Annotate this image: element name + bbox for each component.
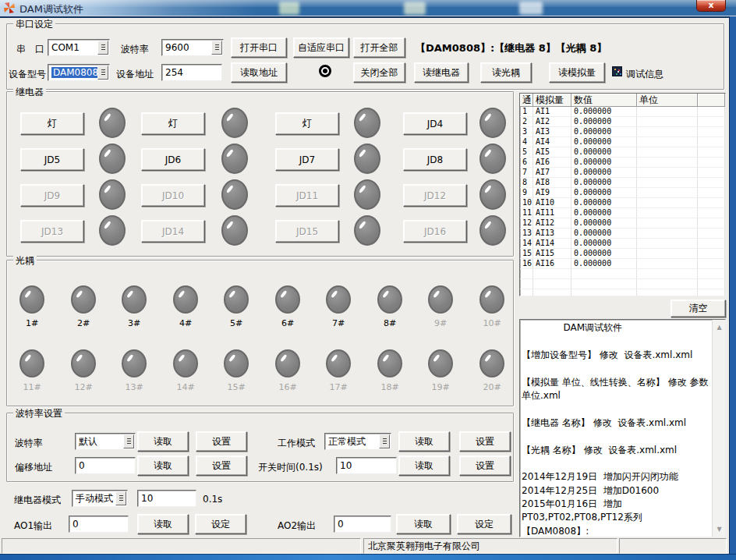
ao1-input[interactable]: 0	[69, 516, 129, 533]
relay-led-2	[221, 108, 248, 138]
open-serial-button[interactable]: 打开串口	[231, 37, 287, 58]
relay-button-11[interactable]: JD11	[275, 184, 339, 207]
table-row[interactable]: 16AI160.000000	[520, 259, 725, 269]
relay-button-16[interactable]: JD16	[403, 220, 467, 243]
work-mode-read-button[interactable]: 读取	[398, 431, 450, 452]
auto-serial-button[interactable]: 自适应串口	[293, 37, 349, 58]
table-header-cell[interactable]	[698, 94, 725, 107]
ao2-input[interactable]: 0	[334, 516, 391, 533]
combo-drop-icon[interactable]	[379, 434, 390, 448]
log-panel[interactable]: DAM调试软件 【增加设备型号】 修改 设备表.xml.xml 【模拟量 单位、…	[519, 319, 726, 537]
ao1-set-button[interactable]: 设定	[195, 514, 246, 534]
combo-drop-icon[interactable]	[123, 434, 134, 448]
ao2-read-button[interactable]: 读取	[396, 514, 451, 534]
table-row[interactable]: 11AI110.000000	[520, 208, 725, 218]
analog-table[interactable]: 通模拟量数值单位1AI10.0000002AI20.0000003AI30.00…	[519, 93, 726, 296]
table-cell	[571, 279, 637, 289]
close-button[interactable]: x	[696, 0, 726, 12]
baud-combobox[interactable]: 9600	[161, 39, 224, 56]
table-cell	[698, 198, 725, 208]
relay-button-5[interactable]: JD5	[20, 148, 84, 171]
table-header-cell[interactable]: 单位	[637, 94, 698, 107]
relay-button-12[interactable]: JD12	[403, 184, 467, 207]
combo-drop-icon[interactable]	[211, 41, 222, 55]
read-relay-button[interactable]: 读继电器	[414, 62, 469, 83]
ao1-read-button[interactable]: 读取	[137, 514, 189, 534]
work-mode-set-button[interactable]: 设置	[459, 431, 511, 452]
model-combobox[interactable]: DAM0808	[48, 64, 110, 81]
relay-button-1[interactable]: 灯	[20, 112, 84, 135]
table-row[interactable]	[520, 269, 725, 279]
table-header-cell[interactable]: 模拟量	[533, 94, 571, 107]
relay-button-10[interactable]: JD10	[141, 184, 205, 207]
log-scrollbar[interactable]: ▲ ▼	[712, 320, 725, 537]
read-opto-button[interactable]: 读光耦	[480, 62, 532, 83]
log-text: DAM调试软件 【增加设备型号】 修改 设备表.xml.xml 【模拟量 单位、…	[522, 321, 710, 535]
table-row[interactable]: 15AI150.000000	[520, 249, 725, 259]
table-cell	[520, 289, 533, 296]
relay-button-6[interactable]: JD6	[141, 148, 205, 171]
table-row[interactable]: 3AI30.000000	[520, 127, 725, 137]
table-row[interactable]	[520, 279, 725, 289]
baud-rate-label: 波特率	[15, 437, 43, 450]
relay-time-input[interactable]: 10	[137, 490, 196, 507]
scroll-up-icon[interactable]: ▲	[713, 321, 726, 334]
table-row[interactable]: 14AI140.000000	[520, 239, 725, 249]
relay-button-13[interactable]: JD13	[20, 220, 84, 243]
relay-group: 继电器 灯灯灯JD4JD5JD6JD7JD8JD9JD10JD11JD12JD1…	[6, 91, 514, 257]
relay-button-7[interactable]: JD7	[275, 148, 339, 171]
table-cell: AI12	[533, 218, 571, 229]
switch-time-read-button[interactable]: 读取	[398, 455, 450, 476]
offset-set-button[interactable]: 设置	[196, 455, 247, 476]
table-cell	[637, 117, 698, 127]
table-row[interactable]	[520, 289, 725, 296]
table-row[interactable]: 9AI90.000000	[520, 188, 725, 198]
table-cell: AI14	[533, 239, 571, 249]
table-row[interactable]: 2AI20.000000	[520, 117, 725, 127]
baud-read-button[interactable]: 读取	[137, 431, 189, 452]
table-row[interactable]: 7AI70.000000	[520, 168, 725, 178]
offset-read-button[interactable]: 读取	[137, 455, 189, 476]
switch-time-input[interactable]: 10	[336, 457, 397, 474]
relay-button-4[interactable]: JD4	[403, 112, 467, 135]
table-row[interactable]: 1AI10.000000	[520, 107, 725, 117]
relay-led-7	[354, 144, 380, 174]
table-cell	[520, 279, 533, 289]
table-cell: AI6	[533, 158, 571, 168]
table-cell	[571, 269, 637, 279]
relay-button-8[interactable]: JD8	[403, 148, 467, 171]
baud-set-button[interactable]: 设置	[196, 431, 247, 452]
table-row[interactable]: 8AI80.000000	[520, 178, 725, 188]
relay-button-3[interactable]: 灯	[275, 112, 339, 135]
table-header-cell[interactable]: 通	[520, 94, 533, 107]
relay-mode-combobox[interactable]: 手动模式	[72, 490, 128, 507]
open-all-button[interactable]: 打开全部	[353, 37, 405, 58]
relay-button-2[interactable]: 灯	[141, 112, 205, 135]
read-addr-button[interactable]: 读取地址	[231, 62, 287, 83]
combo-drop-icon[interactable]	[97, 66, 108, 80]
table-row[interactable]: 6AI60.000000	[520, 158, 725, 168]
offset-addr-input[interactable]: 0	[75, 457, 136, 474]
work-mode-combobox[interactable]: 正常模式	[324, 433, 391, 450]
table-row[interactable]: 4AI40.000000	[520, 137, 725, 147]
table-row[interactable]: 10AI100.000000	[520, 198, 725, 208]
port-combobox[interactable]: COM1	[48, 39, 110, 56]
table-row[interactable]: 5AI50.000000	[520, 147, 725, 158]
opto-led-6	[275, 285, 300, 314]
switch-time-set-button[interactable]: 设置	[459, 455, 511, 476]
combo-drop-icon[interactable]	[115, 491, 126, 505]
read-analog-button[interactable]: 读模拟量	[549, 62, 605, 83]
combo-drop-icon[interactable]	[97, 41, 108, 55]
relay-button-9[interactable]: JD9	[20, 184, 84, 207]
baud-rate-combobox[interactable]: 默认	[75, 433, 136, 450]
scroll-down-icon[interactable]: ▼	[713, 523, 726, 536]
close-all-button[interactable]: 关闭全部	[353, 62, 405, 83]
clear-button[interactable]: 清空	[671, 299, 726, 317]
table-row[interactable]: 12AI120.000000	[520, 218, 725, 229]
relay-button-15[interactable]: JD15	[275, 220, 339, 243]
table-row[interactable]: 13AI130.000000	[520, 229, 725, 239]
ao2-set-button[interactable]: 设定	[457, 514, 511, 534]
relay-button-14[interactable]: JD14	[141, 220, 205, 243]
device-addr-input[interactable]: 254	[161, 64, 222, 81]
table-header-cell[interactable]: 数值	[571, 94, 637, 107]
